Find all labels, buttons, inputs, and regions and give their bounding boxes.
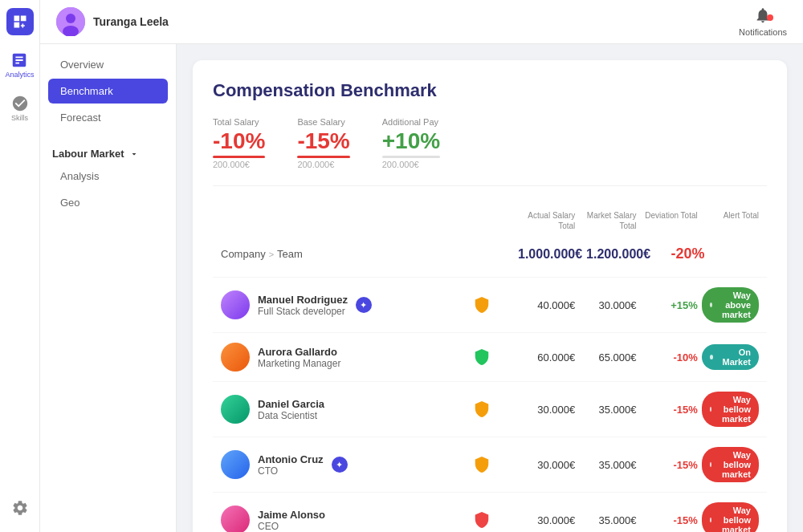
market-salary: 35.000€ <box>579 514 636 526</box>
metric-total-salary: Total Salary -10% 200.000€ <box>213 117 265 169</box>
main-content: Compensation Benchmark Total Salary -10%… <box>177 44 803 532</box>
icon-sidebar: Analytics Skills <box>0 0 40 532</box>
sidebar-item-analytics[interactable]: Analytics <box>5 51 34 79</box>
shield-icon <box>473 296 491 314</box>
alert-badge: On Market <box>702 344 759 370</box>
badge-dot <box>710 303 712 307</box>
alert-badge: Way above market <box>702 287 759 323</box>
base-salary-sub: 200.000€ <box>297 160 334 169</box>
shield-icon <box>473 400 491 418</box>
labour-market-header[interactable]: Labour Market <box>40 140 176 164</box>
labour-market-nav: Analysis Geo <box>40 164 176 225</box>
table-row[interactable]: Jaime Alonso CEO 30.000€ 35.000€ -15% Wa… <box>213 492 767 532</box>
total-salary-sub: 200.000€ <box>213 160 250 169</box>
summary-actual: 1.000.000€ <box>518 247 582 262</box>
market-salary: 30.000€ <box>579 299 636 311</box>
verified-badge: ✦ <box>332 457 348 473</box>
benchmark-card: Compensation Benchmark Total Salary -10%… <box>193 60 787 532</box>
deviation-value: +15% <box>641 299 698 311</box>
employee-info: Aurora Gallardo Marketing Manager <box>221 343 446 372</box>
actual-salary: 30.000€ <box>518 459 575 471</box>
table-row[interactable]: Daniel Garcia Data Scientist 30.000€ 35.… <box>213 381 767 437</box>
user-name: Turanga Leela <box>93 15 169 28</box>
card-title: Compensation Benchmark <box>213 80 767 101</box>
additional-pay-sub: 200.000€ <box>382 160 419 169</box>
table-header: Actual Salary Total Market Salary Total … <box>213 206 767 235</box>
actual-salary: 60.000€ <box>518 351 575 363</box>
main-nav-section: Overview Benchmark Forecast <box>40 44 176 140</box>
badge-dot <box>710 518 712 522</box>
labour-market-label: Labour Market <box>52 148 124 160</box>
shield-cell <box>450 511 514 529</box>
settings-icon-wrap[interactable] <box>11 499 29 520</box>
user-info: Turanga Leela <box>56 7 169 36</box>
employee-role: CEO <box>258 521 325 532</box>
metric-base-salary: Base Salary -15% 200.000€ <box>297 117 349 169</box>
alert-cell: Way above market <box>702 287 759 323</box>
actual-salary: 30.000€ <box>518 514 575 526</box>
sidebar-item-skills[interactable]: Skills <box>11 95 29 122</box>
actual-salary: 40.000€ <box>518 299 575 311</box>
table-row[interactable]: Aurora Gallardo Marketing Manager 60.000… <box>213 332 767 381</box>
top-bar: Turanga Leela Notifications <box>40 0 803 44</box>
notifications-label: Notifications <box>739 27 787 37</box>
shield-cell <box>450 400 514 418</box>
badge-dot <box>710 407 712 412</box>
notifications-button[interactable]: Notifications <box>739 6 787 37</box>
actual-salary: 30.000€ <box>518 404 575 416</box>
deviation-value: -15% <box>641 404 698 416</box>
employee-name: Manuel Rodriguez <box>258 294 348 306</box>
base-salary-value: -15% <box>297 130 349 152</box>
deviation-value: -15% <box>641 514 698 526</box>
shield-icon <box>473 348 491 366</box>
employee-role: Full Stack developer <box>258 306 348 317</box>
base-salary-underline <box>297 156 349 158</box>
nav-item-forecast[interactable]: Forecast <box>48 105 168 130</box>
market-salary: 65.000€ <box>579 351 636 363</box>
base-salary-label: Base Salary <box>297 117 344 127</box>
col-header-deviation: Deviation Total <box>641 210 698 231</box>
total-salary-value: -10% <box>213 130 265 152</box>
skills-label: Skills <box>11 114 28 122</box>
avatar <box>221 290 250 319</box>
app-logo[interactable] <box>6 8 34 35</box>
col-header-role <box>450 210 514 231</box>
nav-item-geo[interactable]: Geo <box>48 190 168 215</box>
shield-icon <box>473 511 491 529</box>
employee-role: Data Scientist <box>258 410 324 421</box>
employee-info: Daniel Garcia Data Scientist <box>221 395 446 424</box>
table-row[interactable]: Antonio Cruz CTO ✦ 30.000€ 35.000€ -15% … <box>213 437 767 492</box>
summary-market: 1.200.000€ <box>586 247 650 262</box>
total-salary-label: Total Salary <box>213 117 259 127</box>
market-salary: 35.000€ <box>579 404 636 416</box>
alert-cell: On Market <box>702 344 759 370</box>
badge-dot <box>710 462 712 467</box>
nav-item-overview[interactable]: Overview <box>48 52 168 77</box>
badge-dot <box>710 355 714 359</box>
col-header-name <box>221 210 446 231</box>
employee-name: Antonio Cruz <box>258 453 324 465</box>
alert-cell: Way bellow market <box>702 392 759 427</box>
nav-sidebar: Company Overview Benchmark Forecast Labo… <box>40 0 177 532</box>
alert-badge: Way bellow market <box>702 392 759 427</box>
col-header-actual: Actual Salary Total <box>518 210 575 231</box>
nav-item-analysis[interactable]: Analysis <box>48 164 168 189</box>
metric-additional-pay: Additional Pay +10% 200.000€ <box>382 117 440 169</box>
employee-table: Manuel Rodriguez Full Stack developer ✦ … <box>213 277 767 532</box>
deviation-value: -15% <box>641 459 698 471</box>
summary-label: Company > Team <box>221 248 446 260</box>
verified-badge: ✦ <box>356 297 372 313</box>
user-avatar <box>56 7 85 36</box>
avatar <box>221 450 250 479</box>
shield-cell <box>450 348 514 366</box>
alert-badge: Way bellow market <box>702 502 759 532</box>
employee-name: Aurora Gallardo <box>258 346 340 358</box>
additional-pay-label: Additional Pay <box>382 117 438 127</box>
nav-item-benchmark[interactable]: Benchmark <box>48 79 168 104</box>
col-header-market: Market Salary Total <box>579 210 636 231</box>
shield-icon <box>473 456 491 473</box>
employee-role: CTO <box>258 465 324 477</box>
additional-pay-value: +10% <box>382 130 440 152</box>
avatar <box>221 506 250 532</box>
table-row[interactable]: Manuel Rodriguez Full Stack developer ✦ … <box>213 277 767 332</box>
